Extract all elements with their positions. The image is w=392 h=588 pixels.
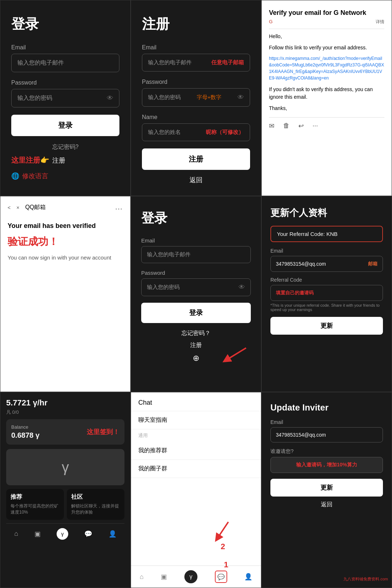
reg-password-placeholder: 输入您的密码 [148, 94, 181, 101]
register-link[interactable]: 注册 [52, 156, 65, 165]
svg-line-1 [226, 343, 246, 365]
name-hint: 昵称（可修改） [206, 129, 244, 136]
email-hint: 任意电子邮箱 [211, 59, 244, 66]
svg-line-3 [217, 522, 228, 538]
reg-password-input[interactable]: 输入您的密码 字母+数字 👁 [142, 88, 250, 107]
card1-desc: 每个推荐可提高您的挖矿速度10% [11, 503, 60, 515]
chat-title: Chat [131, 392, 261, 411]
inviter-panel: Update Inviter Email 3479853154@qq.com 谁… [261, 392, 392, 588]
login-button[interactable]: 登录 [11, 115, 119, 136]
referral-hint: 填置自己的邀请码 [276, 290, 314, 295]
login2-panel: 登录 Email 输入您的电子邮件 Password 输入您的密码 👁 登录 忘… [131, 196, 261, 392]
profile-email-input[interactable]: 3479853154@qq.com 邮箱 [270, 256, 383, 272]
inviter-email-input[interactable]: 3479853154@qq.com [270, 427, 383, 442]
login-panel: 登录 Email 输入您的电子邮件 Password 输入您的密码 👁 登录 忘… [0, 0, 131, 196]
chat-panel: Chat 聊天室指南 通用 我的推荐群 我的圈子群 2 ⌂ ▣ γ 💬 👤 [131, 392, 261, 588]
chat-guide-item[interactable]: 聊天室指南 [131, 411, 261, 429]
register-button[interactable]: 注册 [142, 148, 250, 170]
l2-password-input[interactable]: 输入您的密码 👁 [141, 278, 251, 296]
inviter-update-button[interactable]: 更新 [270, 479, 383, 497]
more-icon[interactable]: ··· [313, 122, 318, 130]
wallet-icon[interactable]: ▣ [34, 530, 41, 538]
inviter-title: Update Inviter [270, 403, 383, 413]
chat-profile-icon[interactable]: 👤 [244, 573, 252, 581]
chat-chat-icon-highlighted[interactable]: 💬 [215, 571, 227, 583]
balance-label: Balance [11, 424, 40, 430]
my-circle-group[interactable]: 我的圈子群 [131, 460, 261, 478]
community-card: 社区 解锁社区聊天，连接并提升您的体验 [67, 489, 124, 520]
inviter-back-link[interactable]: 返回 [270, 501, 383, 509]
profile-update-button[interactable]: 更新 [270, 317, 383, 335]
password-hint: 字母+数字 [197, 94, 222, 101]
sign-in-btn[interactable]: 这里签到！ [87, 428, 119, 436]
email-hello: Hello, [269, 33, 384, 40]
detail-button[interactable]: 详情 [376, 19, 384, 25]
trash-icon[interactable]: 🗑 [283, 122, 290, 130]
phone-image: γ [6, 449, 124, 485]
reg-name-input[interactable]: 输入您的姓名 昵称（可修改） [142, 123, 250, 141]
email-input[interactable]: 输入您的电子邮件 [11, 54, 119, 72]
l2-email-placeholder: 输入您的电子邮件 [147, 251, 191, 258]
password-placeholder: 输入您的密码 [17, 94, 52, 102]
home-icon[interactable]: ⌂ [14, 530, 18, 538]
referral-label: Referral Code [270, 277, 383, 283]
email-action-bar: ✉ 🗑 ↩ ··· [269, 117, 384, 130]
email-body1: Follow this link to verify your email ad… [269, 44, 384, 52]
verify-link[interactable]: https://x.minegamma.com/_/auth/action?mo… [269, 55, 384, 81]
reply-icon[interactable]: ✉ [269, 122, 274, 130]
reg-email-input[interactable]: 输入您的电子邮件 任意电子邮箱 [142, 54, 250, 72]
l2-login-button[interactable]: 登录 [141, 303, 251, 323]
sender-name: G [269, 19, 273, 25]
gamma-nav-icon[interactable]: γ [57, 528, 68, 540]
email-divider [269, 29, 384, 29]
chat-home-icon[interactable]: ⌂ [140, 573, 144, 581]
register-panel: 注册 Email 输入您的电子邮件 任意电子邮箱 Password 输入您的密码… [131, 0, 261, 196]
reg-name-label: Name [142, 114, 250, 121]
forward-icon[interactable]: ↩ [298, 122, 304, 130]
card1-title: 推荐 [11, 493, 60, 501]
l2-forgot[interactable]: 忘记密码？ [141, 330, 251, 337]
watermark-text: 九八资料铺免费资料.com [343, 576, 388, 582]
verified-success: 验证成功！ [8, 235, 123, 249]
balance-value: 0.6878 γ [11, 431, 40, 440]
verified-desc: You can now sign in with your new accoun… [8, 254, 123, 262]
nav-close[interactable]: × [16, 205, 19, 211]
nav-title: QQ邮箱 [25, 204, 46, 211]
chat-icon[interactable]: 💬 [84, 530, 92, 538]
nav-dots[interactable]: ... [115, 205, 123, 211]
register-prompt: 这里注册👉 [11, 155, 49, 165]
card2-title: 社区 [71, 493, 120, 501]
mining-panel: 5.7721 γ/hr 凡 0/0 Balance 0.6878 γ 这里签到！… [0, 392, 131, 588]
chat-gamma-icon[interactable]: γ [184, 570, 197, 583]
password-input[interactable]: 输入您的密码 👁 [11, 89, 119, 107]
reg-email-placeholder: 输入您的电子邮件 [148, 59, 192, 66]
referral-small-hint: *This is your unique referral code. Shar… [270, 303, 383, 312]
inviter-code-input[interactable]: 输入邀请码，增加10%算力 [270, 457, 383, 473]
mining-rate-sub: 凡 0/0 [6, 409, 124, 416]
verified-title: Your email has been verified [8, 222, 123, 230]
chat-bottom-nav: ⌂ ▣ γ 💬 👤 1 [131, 565, 261, 588]
back-button[interactable]: 返回 [142, 176, 250, 184]
email-panel: Verify your email for G Network G 详情 Hel… [261, 0, 392, 196]
chat-bubble-icon: 💬 [217, 573, 225, 580]
language-row[interactable]: 🌐 修改语言 [11, 172, 119, 180]
mining-rate: 5.7721 γ/hr [6, 398, 124, 408]
reg-email-label: Email [142, 44, 250, 51]
profile-email-value: 3479853154@qq.com [276, 261, 326, 267]
my-recommend-group[interactable]: 我的推荐群 [131, 442, 261, 460]
l2-eye-icon: 👁 [238, 283, 245, 291]
balance-info: Balance 0.6878 γ [11, 424, 40, 440]
chat-section2: 通用 [131, 429, 261, 442]
reg-password-label: Password [142, 79, 250, 85]
nav-back[interactable]: < [8, 205, 11, 211]
card2-desc: 解锁社区聊天，连接并提升您的体验 [71, 503, 120, 515]
login2-title: 登录 [141, 209, 251, 227]
profile-icon[interactable]: 👤 [109, 530, 117, 538]
l2-email-input[interactable]: 输入您的电子邮件 [141, 246, 251, 263]
chat-wallet-icon[interactable]: ▣ [161, 573, 167, 581]
email-subject: Verify your email for G Network [269, 9, 384, 17]
chat-annotation-1: 1 [224, 560, 228, 569]
gamma-logo: γ [62, 459, 69, 475]
forgot-password[interactable]: 忘记密码? [11, 143, 119, 151]
referral-input[interactable]: 填置自己的邀请码 [270, 285, 383, 301]
